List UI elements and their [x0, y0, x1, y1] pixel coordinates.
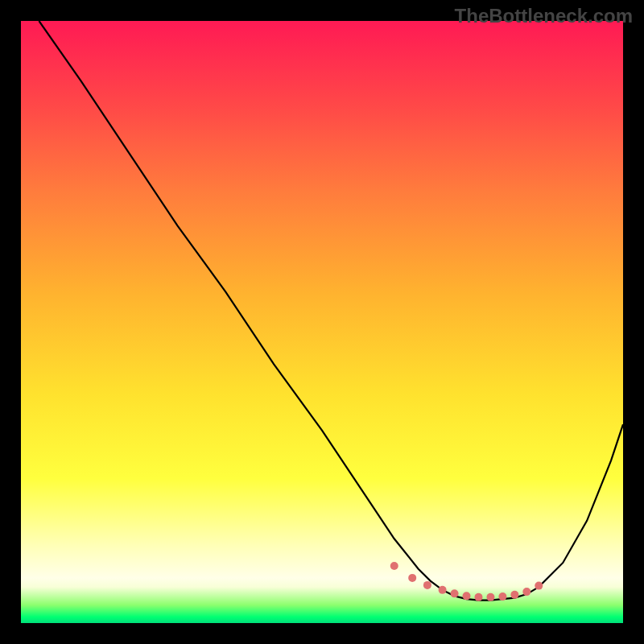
trough-dot	[510, 591, 518, 599]
trough-dot	[463, 592, 471, 600]
trough-dot	[390, 562, 398, 570]
trough-dot	[498, 592, 506, 601]
trough-dot	[535, 582, 543, 590]
chart-container: TheBottleneck.com	[0, 0, 644, 644]
trough-dot	[486, 593, 494, 601]
trough-dot	[408, 574, 416, 582]
bottleneck-curve-path	[39, 21, 623, 601]
frame-right	[623, 0, 644, 644]
frame-left	[0, 0, 21, 644]
trough-dot	[423, 581, 431, 589]
frame-bottom	[0, 623, 644, 644]
trough-dot	[474, 593, 482, 601]
watermark-text: TheBottleneck.com	[455, 5, 633, 27]
curve-svg	[21, 21, 623, 623]
trough-dot	[439, 586, 447, 594]
trough-dot	[451, 589, 459, 597]
trough-dot	[522, 588, 530, 596]
